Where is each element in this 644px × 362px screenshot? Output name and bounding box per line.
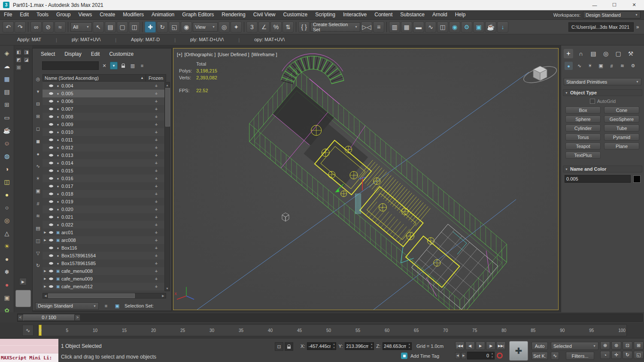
viewport-pov-menu[interactable]: [Orthographic ] bbox=[185, 52, 216, 57]
viewport[interactable]: X [+] [Orthographic ] [User Defined ] [W… bbox=[173, 48, 559, 310]
object-type-torus-button[interactable]: Torus bbox=[565, 133, 601, 141]
menu-graph-editors[interactable]: Graph Editors bbox=[178, 10, 218, 19]
object-type-rollout[interactable]: ▼ Object Type bbox=[563, 89, 642, 96]
name-and-color-rollout[interactable]: ▼ Name and Color bbox=[563, 166, 642, 172]
visibility-eye-icon[interactable] bbox=[48, 169, 55, 172]
selection-lock-icon[interactable] bbox=[285, 342, 293, 351]
explorer-row[interactable]: ▶▣arc008+ bbox=[43, 236, 166, 244]
frozen-toggle-icon[interactable]: + bbox=[146, 261, 166, 266]
menu-animation[interactable]: Animation bbox=[148, 10, 178, 19]
visibility-eye-icon[interactable] bbox=[48, 100, 55, 103]
menu-customize[interactable]: Customize bbox=[279, 10, 312, 19]
menu-create[interactable]: Create bbox=[96, 10, 119, 19]
mirror-icon[interactable]: ▷◁ bbox=[361, 21, 372, 33]
toolbar-overflow-button[interactable]: » bbox=[634, 21, 641, 33]
spinner-snap-icon[interactable]: ⇅ bbox=[283, 21, 294, 33]
object-name-label[interactable]: 0.017 bbox=[61, 184, 146, 189]
lock-explorer-icon[interactable] bbox=[119, 62, 127, 69]
object-name-label[interactable]: 0.020 bbox=[61, 207, 146, 212]
macro-button-0[interactable]: Apply: MAT bbox=[7, 34, 52, 45]
object-name-label[interactable]: 0.007 bbox=[61, 106, 146, 112]
explorer-row[interactable]: ●0.014+ bbox=[43, 159, 166, 167]
use-pivot-point-icon[interactable]: ◎ bbox=[219, 21, 230, 33]
viewport-general-menu[interactable]: [+] bbox=[177, 52, 182, 57]
ribbon-toggle-icon[interactable]: ▬ bbox=[413, 21, 424, 33]
window-icon[interactable]: ◫ bbox=[3, 178, 11, 186]
expand-arrow-icon[interactable]: ▶ bbox=[43, 269, 48, 273]
frozen-toggle-icon[interactable]: + bbox=[146, 168, 166, 173]
material-editor-icon[interactable]: ◉ bbox=[449, 21, 460, 33]
object-name-label[interactable]: arc008 bbox=[61, 238, 146, 243]
previous-frame-button[interactable]: ◀| bbox=[465, 341, 475, 350]
vertical-scrollbar[interactable]: ▲ ▼ bbox=[164, 82, 170, 291]
explorer-filter-icon[interactable]: ▽ bbox=[35, 250, 41, 256]
time-slider-handle[interactable]: 0 / 100 bbox=[23, 314, 75, 321]
object-name-label[interactable]: Box116 bbox=[61, 245, 146, 250]
frozen-toggle-icon[interactable]: + bbox=[146, 114, 166, 119]
redo-icon[interactable]: ↷ bbox=[15, 21, 26, 33]
utilities-tab-icon[interactable]: ⚒ bbox=[626, 49, 635, 58]
object-type-tube-button[interactable]: Tube bbox=[604, 124, 639, 132]
visibility-eye-icon[interactable] bbox=[48, 108, 55, 110]
name-column-header[interactable]: Name (Sorted Ascending) ▲ bbox=[43, 75, 146, 81]
frozen-toggle-icon[interactable]: + bbox=[146, 245, 166, 250]
explorer-row[interactable]: ●0.010+ bbox=[43, 128, 166, 136]
frozen-toggle-icon[interactable]: + bbox=[146, 83, 166, 88]
maximize-viewport-toggle-icon[interactable]: ◱ bbox=[634, 351, 644, 359]
explorer-menu-display[interactable]: Display bbox=[60, 51, 86, 57]
previous-frame-arrow[interactable]: < bbox=[18, 314, 23, 321]
visibility-eye-icon[interactable] bbox=[48, 185, 55, 187]
undo-icon[interactable]: ↶ bbox=[3, 21, 14, 33]
z-coordinate-field[interactable]: ▲▼ bbox=[383, 342, 412, 350]
visibility-eye-icon[interactable] bbox=[48, 270, 55, 272]
frozen-toggle-icon[interactable]: + bbox=[146, 253, 166, 258]
object-name-label[interactable]: 0.006 bbox=[61, 99, 146, 104]
sun-icon[interactable]: ☀ bbox=[3, 242, 11, 250]
explorer-row[interactable]: ●0.017+ bbox=[43, 182, 166, 190]
menu-edit[interactable]: Edit bbox=[16, 10, 33, 19]
visibility-eye-icon[interactable] bbox=[48, 223, 55, 226]
frozen-toggle-icon[interactable]: + bbox=[146, 222, 166, 227]
spinner-arrows[interactable]: ▲▼ bbox=[407, 343, 411, 350]
explorer-menu-customize[interactable]: Customize bbox=[104, 51, 138, 57]
align-icon[interactable]: ≡ bbox=[373, 21, 384, 33]
object-name-label[interactable]: cafe_menu012 bbox=[61, 284, 146, 289]
hierarchy-tab-icon[interactable]: ▤ bbox=[589, 49, 598, 58]
object-name-label[interactable]: 0.013 bbox=[61, 153, 146, 158]
explorer-row[interactable]: ●0.019+ bbox=[43, 198, 166, 205]
visibility-eye-icon[interactable] bbox=[48, 115, 55, 118]
explorer-row[interactable]: ●0.021+ bbox=[43, 213, 166, 221]
visibility-eye-icon[interactable] bbox=[48, 208, 55, 211]
rendered-frame-window-icon[interactable]: ▣ bbox=[473, 21, 484, 33]
isolate-selection-icon[interactable]: ⊡ bbox=[275, 342, 283, 351]
visibility-eye-icon[interactable] bbox=[48, 239, 55, 241]
visibility-eye-icon[interactable] bbox=[48, 254, 55, 257]
scroll-right-icon[interactable]: ▶ bbox=[161, 294, 166, 298]
minimize-button[interactable]: — bbox=[585, 0, 605, 10]
macro-button-2[interactable]: Apply: MAT-D bbox=[121, 34, 170, 45]
zoom-all-icon[interactable]: ⊛ bbox=[611, 341, 621, 350]
helpers-category-icon[interactable]: # bbox=[608, 62, 616, 70]
explorer-lock-icon[interactable]: ⊟ bbox=[35, 101, 41, 107]
snaps-toggle-icon[interactable]: 3 bbox=[246, 21, 258, 33]
clear-search-icon[interactable]: ✕ bbox=[100, 62, 108, 69]
menu-content[interactable]: Content bbox=[371, 10, 396, 19]
selection-filter-dropdown[interactable]: All▼ bbox=[70, 22, 92, 32]
explorer-show-all-icon[interactable]: ◻ bbox=[35, 126, 41, 132]
next-frame-button[interactable]: |▶ bbox=[486, 341, 495, 350]
x-coordinate-field[interactable]: ▲▼ bbox=[307, 342, 336, 350]
object-type-geosphere-button[interactable]: GeoSphere bbox=[604, 115, 639, 123]
docked-panel-handle[interactable] bbox=[15, 290, 31, 307]
menu-group[interactable]: Group bbox=[52, 10, 74, 19]
go-to-end-button[interactable]: ▶▶| bbox=[496, 341, 506, 350]
systems-category-icon[interactable]: ⚙ bbox=[629, 62, 637, 70]
expand-arrow-icon[interactable]: ▶ bbox=[43, 231, 48, 234]
previous-key-button[interactable]: ◀ bbox=[455, 352, 460, 359]
macro-button-1[interactable]: ply: MAT+UV\ bbox=[61, 34, 111, 45]
frozen-toggle-icon[interactable]: + bbox=[146, 99, 166, 104]
explorer-row[interactable]: ●0.006+ bbox=[43, 97, 166, 105]
explorer-row[interactable]: ▶▣arc01+ bbox=[43, 229, 166, 236]
window-crossing-icon[interactable]: ◫ bbox=[129, 21, 140, 33]
grid-icon[interactable]: ⊞ bbox=[3, 100, 11, 109]
z-coordinate-input[interactable] bbox=[383, 344, 407, 349]
